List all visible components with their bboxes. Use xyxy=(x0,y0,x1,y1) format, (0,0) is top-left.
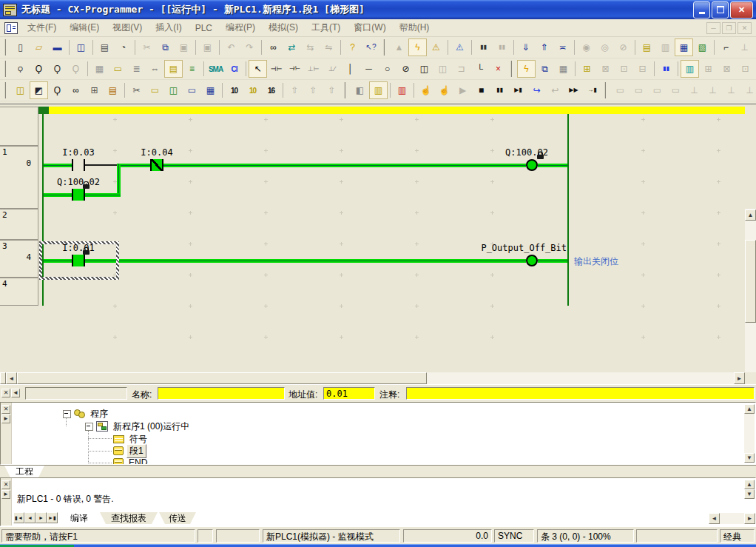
new-plc-instruction-button[interactable]: ◫ xyxy=(415,60,433,78)
rung-margin-cell[interactable]: 2 xyxy=(0,209,38,240)
cancel-pause-button[interactable]: ☝ xyxy=(435,81,453,99)
new-or-contact-button[interactable]: ⊥⊢ xyxy=(304,60,323,78)
menu-item-insert[interactable]: 插入(I) xyxy=(149,20,188,36)
contact-I-0-03[interactable] xyxy=(72,159,85,171)
signed-decimal-monitor-button[interactable]: 10 xyxy=(243,81,262,99)
contact-I-0-04[interactable] xyxy=(150,159,163,171)
monitor-data-in-rung-button[interactable]: ▤ xyxy=(164,60,183,78)
tree-item-end[interactable]: END xyxy=(113,457,149,465)
watch-window-button[interactable]: ⌐ xyxy=(717,38,735,56)
output-hscroll-right-button[interactable]: ► xyxy=(744,513,755,524)
contact-Q-100-02[interactable] xyxy=(72,189,85,201)
toolbar-grip[interactable] xyxy=(510,61,514,77)
edit-task-button[interactable]: ⊞ xyxy=(578,60,596,78)
mnemonic-view-button[interactable]: ▭ xyxy=(183,81,201,99)
output-scroll-up-button[interactable]: ▲ xyxy=(744,480,755,489)
tool-palette-button[interactable]: ◩ xyxy=(30,81,48,99)
replace-button[interactable]: ⇄ xyxy=(283,38,301,56)
menu-item-view[interactable]: 视图(V) xyxy=(106,20,149,36)
mdi-close-button[interactable]: ✕ xyxy=(738,22,752,34)
vscroll-thumb[interactable] xyxy=(745,240,756,323)
new-closed-coil-button[interactable]: ⊘ xyxy=(396,60,415,78)
new-project-button[interactable]: ▯ xyxy=(11,38,30,56)
mdi-child-icon[interactable] xyxy=(4,22,18,34)
show-rung-wrapping-button[interactable]: ⇔ xyxy=(146,60,164,78)
scroll-left-button[interactable]: ◄ xyxy=(6,372,17,384)
context-help-button[interactable]: ↖? xyxy=(362,38,380,56)
symbol-table-button[interactable]: SMA xyxy=(206,60,225,78)
window-split-button[interactable]: ◧ xyxy=(351,81,369,99)
menu-item-edit[interactable]: 编辑(E) xyxy=(63,20,106,36)
open-project-button[interactable]: ▱ xyxy=(30,38,48,56)
hex-monitor-button[interactable]: 16 xyxy=(262,81,280,99)
simulator-settings-button[interactable]: ▦ xyxy=(554,60,573,78)
pause-monitoring-button[interactable]: ▮▮ xyxy=(474,38,493,56)
zoom-in-button[interactable]: Ϙ xyxy=(30,60,48,78)
address-field[interactable]: 0.01 xyxy=(323,387,375,400)
exit-monitor-button[interactable]: ▥ xyxy=(393,81,411,99)
collapse-icon[interactable] xyxy=(85,423,93,431)
work-online-button[interactable]: ⚠ xyxy=(450,38,469,56)
menu-item-file[interactable]: 文件(F) xyxy=(21,20,63,36)
menu-item-help[interactable]: 帮助(H) xyxy=(393,20,436,36)
tree-item-new-program[interactable]: 新程序1 (00)运行中 xyxy=(85,420,192,432)
scroll-up-button[interactable]: ▲ xyxy=(745,209,756,221)
show-grid-button[interactable]: ▦ xyxy=(90,60,109,78)
copy-button[interactable]: ⧉ xyxy=(156,38,175,56)
menu-item-window[interactable]: 窗口(W) xyxy=(347,20,392,36)
toolbar-grip[interactable] xyxy=(4,39,8,56)
toolbar-grip[interactable] xyxy=(383,39,387,56)
transfer-to-plc-button[interactable]: ⇓ xyxy=(516,38,535,56)
project-window-button[interactable]: ◫ xyxy=(11,81,30,99)
toolbar-grip[interactable] xyxy=(604,82,608,98)
print-preview-button[interactable]: ◔ xyxy=(114,38,132,56)
coil-P_Output_Off_Bit[interactable] xyxy=(526,255,538,266)
symbol-selector-field[interactable] xyxy=(25,387,127,400)
output-close-button[interactable]: ✕ xyxy=(1,480,10,489)
rung-margin-cell[interactable]: 34 xyxy=(0,240,38,278)
address-reference-tool-button[interactable]: ≡ xyxy=(183,60,201,78)
restore-button[interactable] xyxy=(712,1,729,19)
monitor-window-button[interactable]: ▥ xyxy=(369,81,388,99)
differential-trace-button[interactable]: ▮▮ xyxy=(657,60,675,78)
select-tool-button[interactable]: ↖ xyxy=(249,60,267,78)
local-symbols-button[interactable]: ▭ xyxy=(146,81,164,99)
toolbar-grip[interactable] xyxy=(4,61,8,77)
new-or-closed-contact-button[interactable]: ⊥∕ xyxy=(323,60,341,78)
menu-item-plc[interactable]: PLC xyxy=(189,21,219,35)
rung-comment-bar[interactable] xyxy=(38,107,745,114)
comment-field[interactable] xyxy=(406,387,755,400)
symbol-bar-close-button[interactable]: ✕ xyxy=(1,389,10,397)
tree-scroll-up-button[interactable]: ▲ xyxy=(744,404,755,414)
monitor-display-4-button[interactable]: ▧ xyxy=(693,38,712,56)
simulator-online-button[interactable]: ϟ xyxy=(517,60,536,78)
mdi-minimize-button[interactable]: ─ xyxy=(706,22,720,34)
rung-margin-cell[interactable]: 4 xyxy=(0,278,38,306)
step-run-button[interactable]: ▶▮ xyxy=(509,81,527,99)
pause-at-point-button[interactable]: ☝ xyxy=(416,81,435,99)
menu-item-tools[interactable]: 工具(T) xyxy=(305,20,347,36)
zoom-window-button[interactable]: Ϙ xyxy=(48,81,67,99)
monitor-mode-button[interactable]: ⚠ xyxy=(427,38,445,56)
find-button[interactable]: ∞ xyxy=(264,38,283,56)
zoom-100-button[interactable]: Ϙ xyxy=(48,60,67,78)
minimize-button[interactable] xyxy=(693,1,710,19)
hscroll-thumb[interactable] xyxy=(17,372,427,384)
tab-first-button[interactable]: ▮◄ xyxy=(13,512,24,523)
time-chart-monitor-button[interactable]: ▥ xyxy=(681,60,699,78)
output-scroll-down-button[interactable]: ▼ xyxy=(744,489,755,499)
tab-project[interactable]: 工程 xyxy=(4,466,44,477)
app-icon[interactable] xyxy=(3,4,17,16)
line-connect-button[interactable]: └ xyxy=(470,60,489,78)
symbol-bar-collapse-button[interactable]: ◄ xyxy=(11,389,20,397)
tab-last-button[interactable]: ►▮ xyxy=(47,512,58,523)
program-check-button[interactable]: ◫ xyxy=(72,38,90,56)
properties-button[interactable]: ▤ xyxy=(104,81,122,99)
new-coil-button[interactable]: ○ xyxy=(378,60,396,78)
mdi-restore-button[interactable]: ❐ xyxy=(722,22,736,34)
show-rung-comments-button[interactable]: ▭ xyxy=(109,60,127,78)
new-horizontal-line-button[interactable]: ─ xyxy=(360,60,378,78)
step-in-button[interactable]: ↪ xyxy=(527,81,546,99)
io-comment-view-button[interactable]: ▦ xyxy=(201,81,220,99)
tree-scroll-down-button[interactable]: ▼ xyxy=(744,453,755,463)
